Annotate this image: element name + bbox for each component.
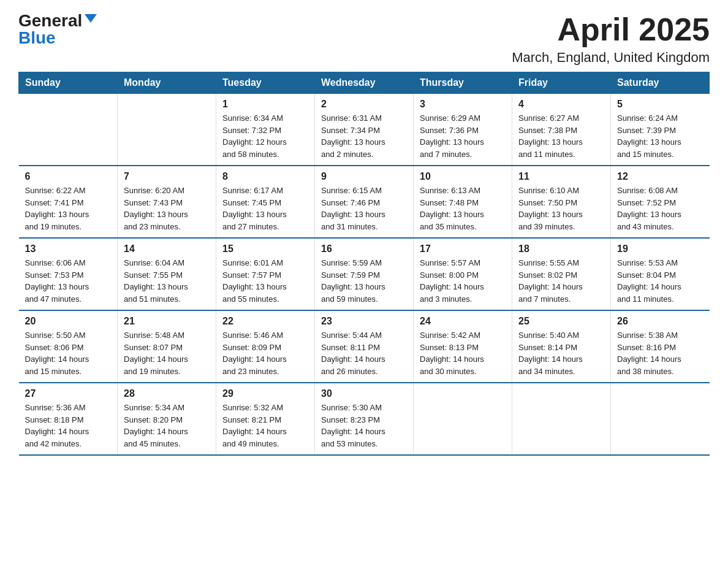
- calendar-cell: 7Sunrise: 6:20 AM Sunset: 7:43 PM Daylig…: [118, 166, 216, 238]
- day-number: 17: [420, 243, 506, 255]
- day-info: Sunrise: 6:34 AM Sunset: 7:32 PM Dayligh…: [222, 112, 308, 160]
- day-number: 15: [222, 243, 308, 255]
- day-number: 18: [518, 243, 604, 255]
- page-header: General Blue April 2025 March, England, …: [18, 12, 710, 66]
- weekday-header-wednesday: Wednesday: [315, 72, 414, 94]
- calendar-cell: 8Sunrise: 6:17 AM Sunset: 7:45 PM Daylig…: [216, 166, 315, 238]
- logo: General Blue: [18, 12, 97, 47]
- day-info: Sunrise: 6:13 AM Sunset: 7:48 PM Dayligh…: [420, 185, 506, 232]
- calendar-cell: 18Sunrise: 5:55 AM Sunset: 8:02 PM Dayli…: [512, 238, 611, 310]
- day-info: Sunrise: 6:29 AM Sunset: 7:36 PM Dayligh…: [420, 112, 506, 160]
- day-number: 25: [518, 316, 604, 327]
- day-number: 2: [321, 99, 407, 110]
- day-info: Sunrise: 5:42 AM Sunset: 8:13 PM Dayligh…: [420, 329, 506, 377]
- calendar-cell: 4Sunrise: 6:27 AM Sunset: 7:38 PM Daylig…: [512, 94, 611, 166]
- day-info: Sunrise: 5:53 AM Sunset: 8:04 PM Dayligh…: [617, 257, 703, 305]
- weekday-header-sunday: Sunday: [19, 72, 118, 94]
- calendar-cell: 26Sunrise: 5:38 AM Sunset: 8:16 PM Dayli…: [611, 310, 710, 383]
- calendar-cell: 21Sunrise: 5:48 AM Sunset: 8:07 PM Dayli…: [118, 310, 216, 383]
- calendar-cell: 3Sunrise: 6:29 AM Sunset: 7:36 PM Daylig…: [414, 94, 512, 166]
- day-info: Sunrise: 6:27 AM Sunset: 7:38 PM Dayligh…: [518, 112, 604, 160]
- weekday-header-tuesday: Tuesday: [216, 72, 315, 94]
- day-info: Sunrise: 5:50 AM Sunset: 8:06 PM Dayligh…: [25, 329, 112, 377]
- day-number: 9: [321, 171, 407, 182]
- calendar-cell: 11Sunrise: 6:10 AM Sunset: 7:50 PM Dayli…: [512, 166, 611, 238]
- month-title: April 2025: [512, 12, 710, 47]
- day-info: Sunrise: 6:06 AM Sunset: 7:53 PM Dayligh…: [25, 257, 112, 305]
- day-number: 3: [420, 99, 506, 110]
- calendar-cell: 5Sunrise: 6:24 AM Sunset: 7:39 PM Daylig…: [611, 94, 710, 166]
- logo-general-text: General: [18, 12, 82, 29]
- day-number: 14: [124, 243, 210, 255]
- calendar-week-row: 13Sunrise: 6:06 AM Sunset: 7:53 PM Dayli…: [19, 238, 710, 310]
- day-number: 8: [222, 171, 308, 182]
- day-info: Sunrise: 6:31 AM Sunset: 7:34 PM Dayligh…: [321, 112, 407, 160]
- day-number: 6: [25, 171, 112, 182]
- day-info: Sunrise: 6:04 AM Sunset: 7:55 PM Dayligh…: [124, 257, 210, 305]
- day-info: Sunrise: 6:10 AM Sunset: 7:50 PM Dayligh…: [518, 185, 604, 232]
- day-info: Sunrise: 6:22 AM Sunset: 7:41 PM Dayligh…: [25, 185, 112, 232]
- day-info: Sunrise: 5:40 AM Sunset: 8:14 PM Dayligh…: [518, 329, 604, 377]
- logo-arrow-icon: [85, 14, 97, 23]
- calendar-cell: 22Sunrise: 5:46 AM Sunset: 8:09 PM Dayli…: [216, 310, 315, 383]
- day-info: Sunrise: 5:55 AM Sunset: 8:02 PM Dayligh…: [518, 257, 604, 305]
- calendar-cell: 24Sunrise: 5:42 AM Sunset: 8:13 PM Dayli…: [414, 310, 512, 383]
- calendar-cell: 6Sunrise: 6:22 AM Sunset: 7:41 PM Daylig…: [19, 166, 118, 238]
- day-number: 21: [124, 316, 210, 327]
- calendar-cell: [512, 383, 611, 455]
- calendar-cell: [414, 383, 512, 455]
- day-info: Sunrise: 6:20 AM Sunset: 7:43 PM Dayligh…: [124, 185, 210, 232]
- day-number: 23: [321, 316, 407, 327]
- calendar-cell: 16Sunrise: 5:59 AM Sunset: 7:59 PM Dayli…: [315, 238, 414, 310]
- calendar-body: 1Sunrise: 6:34 AM Sunset: 7:32 PM Daylig…: [19, 94, 710, 456]
- day-info: Sunrise: 5:44 AM Sunset: 8:11 PM Dayligh…: [321, 329, 407, 377]
- calendar-cell: [118, 94, 216, 166]
- day-info: Sunrise: 5:32 AM Sunset: 8:21 PM Dayligh…: [222, 402, 308, 450]
- calendar-week-row: 1Sunrise: 6:34 AM Sunset: 7:32 PM Daylig…: [19, 94, 710, 166]
- day-info: Sunrise: 6:01 AM Sunset: 7:57 PM Dayligh…: [222, 257, 308, 305]
- day-info: Sunrise: 6:17 AM Sunset: 7:45 PM Dayligh…: [222, 185, 308, 232]
- calendar-cell: 1Sunrise: 6:34 AM Sunset: 7:32 PM Daylig…: [216, 94, 315, 166]
- day-info: Sunrise: 5:30 AM Sunset: 8:23 PM Dayligh…: [321, 402, 407, 450]
- calendar-cell: 13Sunrise: 6:06 AM Sunset: 7:53 PM Dayli…: [19, 238, 118, 310]
- day-number: 20: [25, 316, 112, 327]
- calendar-table: SundayMondayTuesdayWednesdayThursdayFrid…: [18, 72, 710, 456]
- calendar-week-row: 27Sunrise: 5:36 AM Sunset: 8:18 PM Dayli…: [19, 383, 710, 455]
- day-number: 27: [25, 388, 112, 399]
- weekday-header-row: SundayMondayTuesdayWednesdayThursdayFrid…: [19, 72, 710, 94]
- calendar-week-row: 20Sunrise: 5:50 AM Sunset: 8:06 PM Dayli…: [19, 310, 710, 383]
- calendar-header: SundayMondayTuesdayWednesdayThursdayFrid…: [19, 72, 710, 94]
- day-info: Sunrise: 5:57 AM Sunset: 8:00 PM Dayligh…: [420, 257, 506, 305]
- calendar-cell: [611, 383, 710, 455]
- day-number: 13: [25, 243, 112, 255]
- day-number: 19: [617, 243, 703, 255]
- calendar-cell: 25Sunrise: 5:40 AM Sunset: 8:14 PM Dayli…: [512, 310, 611, 383]
- day-info: Sunrise: 5:36 AM Sunset: 8:18 PM Dayligh…: [25, 402, 112, 450]
- calendar-cell: 14Sunrise: 6:04 AM Sunset: 7:55 PM Dayli…: [118, 238, 216, 310]
- calendar-cell: 29Sunrise: 5:32 AM Sunset: 8:21 PM Dayli…: [216, 383, 315, 455]
- calendar-cell: 27Sunrise: 5:36 AM Sunset: 8:18 PM Dayli…: [19, 383, 118, 455]
- calendar-cell: 9Sunrise: 6:15 AM Sunset: 7:46 PM Daylig…: [315, 166, 414, 238]
- calendar-week-row: 6Sunrise: 6:22 AM Sunset: 7:41 PM Daylig…: [19, 166, 710, 238]
- calendar-cell: 23Sunrise: 5:44 AM Sunset: 8:11 PM Dayli…: [315, 310, 414, 383]
- day-info: Sunrise: 5:34 AM Sunset: 8:20 PM Dayligh…: [124, 402, 210, 450]
- logo-blue-text: Blue: [18, 29, 56, 47]
- calendar-cell: 2Sunrise: 6:31 AM Sunset: 7:34 PM Daylig…: [315, 94, 414, 166]
- calendar-cell: 10Sunrise: 6:13 AM Sunset: 7:48 PM Dayli…: [414, 166, 512, 238]
- day-info: Sunrise: 5:38 AM Sunset: 8:16 PM Dayligh…: [617, 329, 703, 377]
- calendar-cell: [19, 94, 118, 166]
- day-number: 10: [420, 171, 506, 182]
- day-number: 12: [617, 171, 703, 182]
- day-number: 26: [617, 316, 703, 327]
- calendar-cell: 20Sunrise: 5:50 AM Sunset: 8:06 PM Dayli…: [19, 310, 118, 383]
- day-number: 28: [124, 388, 210, 399]
- day-number: 29: [222, 388, 308, 399]
- day-number: 11: [518, 171, 604, 182]
- calendar-cell: 30Sunrise: 5:30 AM Sunset: 8:23 PM Dayli…: [315, 383, 414, 455]
- weekday-header-saturday: Saturday: [611, 72, 710, 94]
- day-info: Sunrise: 6:15 AM Sunset: 7:46 PM Dayligh…: [321, 185, 407, 232]
- day-info: Sunrise: 5:48 AM Sunset: 8:07 PM Dayligh…: [124, 329, 210, 377]
- day-info: Sunrise: 6:24 AM Sunset: 7:39 PM Dayligh…: [617, 112, 703, 160]
- day-number: 22: [222, 316, 308, 327]
- calendar-cell: 28Sunrise: 5:34 AM Sunset: 8:20 PM Dayli…: [118, 383, 216, 455]
